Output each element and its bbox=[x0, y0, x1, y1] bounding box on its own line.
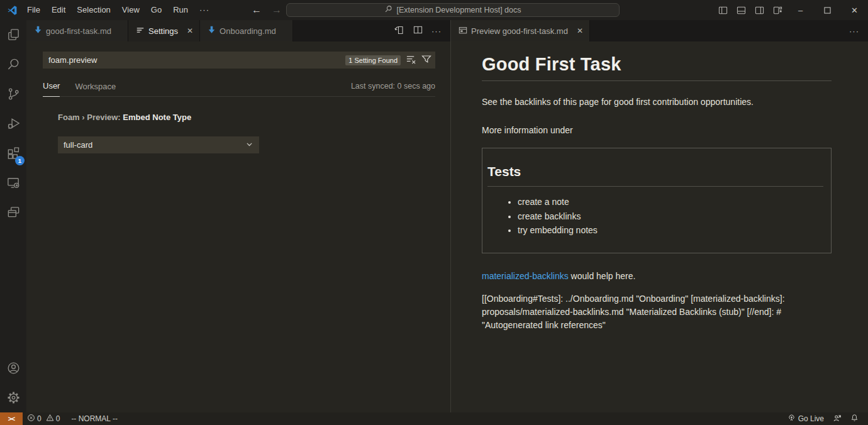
history-navigation: ← → bbox=[252, 4, 282, 16]
setting-category: Foam › Preview: bbox=[58, 113, 123, 122]
link-suffix-text: would help here. bbox=[569, 271, 636, 281]
search-icon bbox=[384, 5, 392, 15]
problems-status[interactable]: 0 0 bbox=[23, 412, 67, 425]
settings-result-count-badge: 1 Setting Found bbox=[345, 55, 401, 65]
warning-count: 0 bbox=[56, 414, 60, 423]
live-share-icon bbox=[833, 414, 842, 424]
minimize-button[interactable]: – bbox=[787, 0, 814, 20]
list-item: create backlinks bbox=[518, 209, 825, 224]
clear-search-icon[interactable] bbox=[406, 54, 416, 67]
menu-go[interactable]: Go bbox=[145, 3, 167, 17]
tab-onboarding[interactable]: Onboarding.md bbox=[200, 20, 293, 41]
remote-icon: >< bbox=[8, 415, 14, 422]
tab-label: Settings bbox=[148, 26, 178, 36]
menu-file[interactable]: File bbox=[21, 3, 46, 17]
status-bar-right: Go Live bbox=[783, 412, 868, 425]
embedded-note-card: Tests create a note create backlinks try… bbox=[482, 148, 832, 253]
note-card-heading: Tests bbox=[487, 164, 823, 187]
warning-icon bbox=[46, 414, 54, 424]
close-tab-icon[interactable]: ✕ bbox=[577, 26, 583, 35]
bell-icon bbox=[850, 414, 859, 424]
vim-mode-indicator[interactable]: -- NORMAL -- bbox=[67, 412, 122, 425]
accounts-icon[interactable] bbox=[0, 353, 26, 383]
go-live-button[interactable]: Go Live bbox=[783, 412, 828, 425]
filter-settings-icon[interactable] bbox=[421, 54, 431, 66]
more-actions-button[interactable]: ··· bbox=[431, 26, 442, 36]
search-view-icon[interactable] bbox=[0, 50, 26, 79]
settings-scope-tabs: User Workspace Last synced: 0 secs ago bbox=[43, 77, 435, 97]
setting-title: Foam › Preview: Embed Note Type bbox=[58, 113, 259, 122]
settings-search-input[interactable]: foam.preview 1 Setting Found bbox=[43, 52, 435, 69]
explorer-icon[interactable] bbox=[0, 20, 26, 50]
tab-preview-good-first-task[interactable]: Preview good-first-task.md ✕ bbox=[451, 20, 590, 41]
activity-bar-bottom bbox=[0, 353, 26, 412]
setting-embed-note-type: Foam › Preview: Embed Note Type full-car… bbox=[58, 113, 259, 153]
maximize-button[interactable] bbox=[814, 0, 841, 20]
close-window-button[interactable]: ✕ bbox=[841, 0, 868, 20]
settings-tab-icon bbox=[136, 26, 145, 36]
settings-editor: foam.preview 1 Setting Found User Worksp… bbox=[26, 41, 450, 412]
editor-actions: ··· bbox=[394, 20, 450, 41]
go-live-label: Go Live bbox=[798, 414, 824, 423]
editor-group-2: Preview good-first-task.md ✕ ··· Good Fi… bbox=[451, 20, 868, 412]
customize-layout-icon[interactable] bbox=[769, 0, 787, 20]
settings-search-value: foam.preview bbox=[48, 55, 345, 65]
remote-indicator[interactable]: >< bbox=[0, 412, 23, 425]
close-tab-icon[interactable]: ✕ bbox=[187, 26, 193, 35]
scope-tab-user[interactable]: User bbox=[43, 81, 60, 97]
tab-settings[interactable]: Settings ✕ bbox=[128, 20, 200, 41]
preview-paragraph: See the backlinks of this page for good … bbox=[482, 96, 832, 109]
toggle-secondary-sidebar-icon[interactable] bbox=[750, 0, 769, 20]
menu-run[interactable]: Run bbox=[167, 3, 194, 17]
extensions-badge: 1 bbox=[15, 156, 25, 165]
tab-label: Onboarding.md bbox=[220, 26, 276, 36]
tab-label: Preview good-first-task.md bbox=[471, 26, 568, 36]
preview-title: Good First Task bbox=[482, 54, 832, 81]
materialized-backlinks-link[interactable]: materialized-backlinks bbox=[482, 271, 569, 281]
title-bar: File Edit Selection View Go Run ··· ← → … bbox=[0, 0, 868, 20]
tab-good-first-task[interactable]: good-first-task.md bbox=[26, 20, 128, 41]
menu-bar: File Edit Selection View Go Run ··· bbox=[21, 0, 215, 20]
menu-selection[interactable]: Selection bbox=[71, 3, 116, 17]
vim-mode-text: -- NORMAL -- bbox=[71, 414, 118, 423]
more-actions-button[interactable]: ··· bbox=[849, 26, 859, 36]
menu-overflow-button[interactable]: ··· bbox=[194, 3, 215, 17]
tab-bar-group-2: Preview good-first-task.md ✕ ··· bbox=[451, 20, 868, 41]
split-editor-icon[interactable] bbox=[413, 25, 423, 37]
open-settings-json-icon[interactable] bbox=[394, 25, 404, 37]
editor-area: good-first-task.md Settings ✕ Onboarding… bbox=[26, 20, 868, 412]
editor-group-1: good-first-task.md Settings ✕ Onboarding… bbox=[26, 20, 450, 412]
preview-paragraph: More information under bbox=[482, 124, 832, 137]
scope-tab-workspace[interactable]: Workspace bbox=[75, 82, 116, 97]
command-center-search[interactable]: [Extension Development Host] docs bbox=[286, 3, 620, 17]
menu-edit[interactable]: Edit bbox=[46, 3, 71, 17]
link-paragraph: materialized-backlinks would help here. bbox=[482, 270, 832, 283]
status-bar: >< 0 0 -- NORMAL -- Go Live bbox=[0, 412, 868, 425]
source-control-icon[interactable] bbox=[0, 79, 26, 109]
sync-status: Last synced: 0 secs ago bbox=[351, 82, 435, 92]
list-item: create a note bbox=[518, 195, 825, 209]
setting-name: Embed Note Type bbox=[123, 113, 191, 122]
link-references-text: [[Onboarding#Tests]: ../Onboarding.md "O… bbox=[482, 292, 832, 332]
forward-arrow-icon[interactable]: → bbox=[272, 4, 282, 16]
notifications-bell-button[interactable] bbox=[846, 412, 863, 425]
markdown-file-icon bbox=[208, 26, 216, 36]
remote-explorer-icon[interactable] bbox=[0, 168, 26, 197]
dropdown-value: full-card bbox=[64, 140, 245, 150]
tab-label: good-first-task.md bbox=[46, 26, 111, 36]
run-and-debug-icon[interactable] bbox=[0, 109, 26, 138]
live-share-button[interactable] bbox=[828, 412, 846, 425]
toggle-primary-sidebar-icon[interactable] bbox=[714, 0, 732, 20]
back-arrow-icon[interactable]: ← bbox=[252, 4, 262, 16]
settings-gear-icon[interactable] bbox=[0, 383, 26, 412]
menu-view[interactable]: View bbox=[116, 3, 145, 17]
toggle-panel-icon[interactable] bbox=[732, 0, 750, 20]
markdown-file-icon bbox=[34, 26, 42, 36]
extensions-icon[interactable]: 1 bbox=[0, 138, 26, 168]
error-icon bbox=[27, 414, 35, 424]
list-item: try embedding notes bbox=[518, 223, 825, 238]
embed-note-type-dropdown[interactable]: full-card bbox=[58, 136, 259, 153]
markdown-preview-pane: Good First Task See the backlinks of thi… bbox=[451, 41, 868, 412]
tab-bar-group-1: good-first-task.md Settings ✕ Onboarding… bbox=[26, 20, 450, 41]
windows-panels-icon[interactable] bbox=[0, 197, 26, 227]
